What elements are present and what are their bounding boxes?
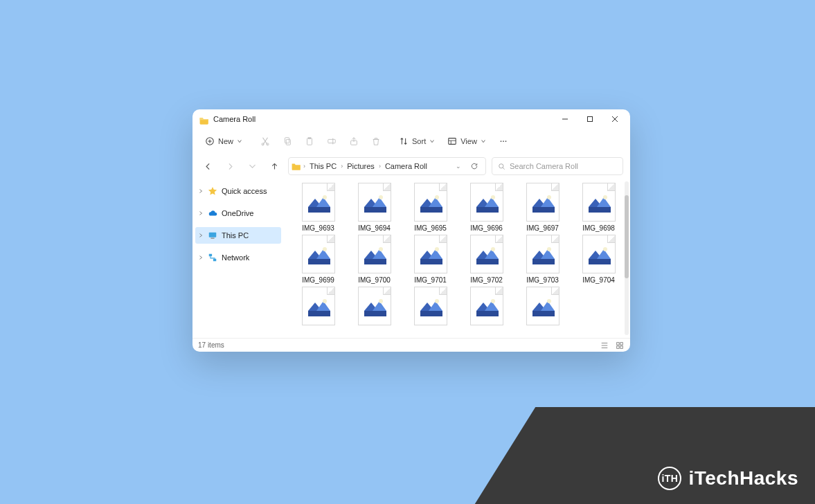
share-button[interactable] [343,132,364,150]
svg-point-50 [379,247,383,251]
image-file-icon [470,183,503,222]
file-item[interactable]: IMG_9704 [574,235,623,284]
svg-rect-25 [211,238,214,239]
image-file-icon [358,287,391,325]
svg-point-77 [547,299,551,303]
search-input[interactable]: Search Camera Roll [492,157,623,175]
sidebar-item-this-pc[interactable]: This PC [195,227,281,244]
sidebar-item-quick-access[interactable]: Quick access [192,183,284,199]
search-placeholder: Search Camera Roll [510,162,578,170]
search-icon [498,163,505,170]
svg-point-41 [547,195,551,199]
image-file-icon [470,287,503,325]
file-item[interactable]: IMG_9695 [406,183,455,232]
new-button[interactable]: New [199,132,248,150]
file-item[interactable]: IMG_9701 [406,235,455,284]
sidebar-item-label: Network [222,253,249,262]
svg-rect-1 [588,117,593,122]
chevron-down-icon[interactable]: ⌄ [453,163,464,170]
sort-button[interactable]: Sort [393,132,440,150]
svg-point-68 [379,299,383,303]
file-item[interactable]: IMG_9702 [462,235,511,284]
svg-rect-72 [420,311,442,316]
paste-button[interactable] [299,132,320,150]
breadcrumb-item[interactable]: Pictures [345,162,377,170]
svg-rect-69 [364,311,386,316]
titlebar: Camera Roll [192,109,630,129]
cut-button[interactable] [255,132,276,150]
image-file-icon [358,183,391,222]
svg-point-71 [435,299,439,303]
star-icon [208,186,217,196]
svg-rect-82 [617,342,619,344]
new-label: New [218,137,233,145]
image-file-icon [302,287,335,325]
scrollbar-thumb[interactable] [625,195,629,278]
svg-point-53 [435,247,439,251]
svg-rect-39 [476,207,499,213]
svg-point-44 [603,195,607,199]
chevron-right-icon: › [379,163,381,170]
file-name: IMG_9704 [582,276,615,284]
svg-rect-10 [286,139,290,145]
network-icon [208,253,217,262]
image-file-icon [414,235,447,273]
rename-button[interactable] [321,132,342,150]
svg-rect-11 [307,138,312,145]
sidebar-item-network[interactable]: Network [192,249,284,266]
file-item[interactable] [518,287,567,328]
file-item[interactable]: IMG_9700 [350,235,399,284]
recent-button[interactable] [244,158,260,174]
back-button[interactable] [199,158,216,174]
image-file-icon [302,183,335,222]
maximize-button[interactable] [577,109,602,129]
file-item[interactable] [406,287,455,328]
file-name: IMG_9700 [358,276,391,284]
file-item[interactable]: IMG_9697 [518,183,567,232]
file-name: IMG_9694 [358,224,391,232]
details-view-icon[interactable] [600,341,609,350]
status-bar: 17 items [192,338,630,352]
delete-button[interactable] [366,132,386,150]
thumbnails-view-icon[interactable] [615,341,625,350]
file-name: IMG_9701 [414,276,447,284]
minimize-button[interactable] [553,109,577,129]
refresh-button[interactable] [466,157,483,175]
scrollbar[interactable] [625,181,629,335]
file-item[interactable] [462,287,511,328]
file-name: IMG_9702 [470,276,503,284]
file-name: IMG_9695 [414,224,447,232]
sidebar-item-onedrive[interactable]: OneDrive [192,205,284,222]
forward-button[interactable] [222,158,238,174]
svg-rect-33 [364,207,386,213]
cloud-icon [208,208,217,218]
svg-rect-54 [420,259,442,264]
file-item[interactable]: IMG_9696 [462,183,511,232]
file-item[interactable]: IMG_9694 [350,183,399,232]
file-item[interactable]: IMG_9698 [574,183,623,232]
chevron-right-icon: › [303,163,305,170]
window-title: Camera Roll [213,115,553,123]
file-item[interactable]: IMG_9699 [294,235,343,284]
address-bar[interactable]: › This PC › Pictures › Camera Roll ⌄ [288,157,486,175]
file-item[interactable] [294,287,343,328]
file-item[interactable]: IMG_9693 [294,183,343,232]
window-controls [553,109,627,129]
svg-rect-45 [589,207,611,213]
view-button[interactable]: View [442,132,492,150]
sidebar-item-label: OneDrive [222,209,253,217]
image-file-icon [582,183,616,222]
image-file-icon [470,235,503,273]
file-item[interactable] [350,287,399,328]
close-button[interactable] [602,109,627,129]
folder-icon [292,162,301,170]
svg-rect-78 [532,311,555,316]
more-button[interactable] [493,132,514,150]
breadcrumb-item[interactable]: Camera Roll [383,162,429,170]
svg-rect-16 [449,138,456,145]
file-item[interactable]: IMG_9703 [518,235,567,284]
sidebar-item-label: Quick access [222,187,267,195]
copy-button[interactable] [277,132,298,150]
up-button[interactable] [266,158,283,174]
breadcrumb-item[interactable]: This PC [307,162,339,170]
